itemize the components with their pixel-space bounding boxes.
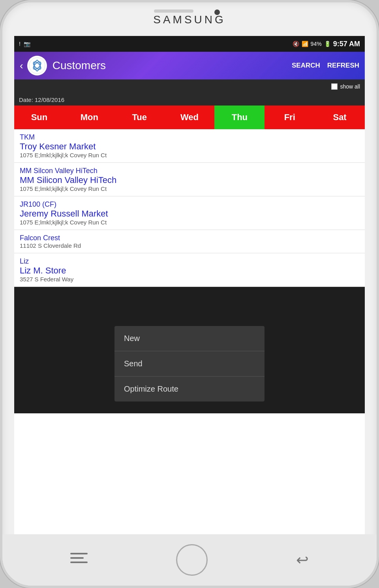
day-wed[interactable]: Wed — [165, 106, 215, 129]
day-thu[interactable]: Thu — [214, 106, 265, 129]
status-left: ! 📷 — [19, 41, 30, 47]
back-button[interactable]: ‹ — [20, 60, 23, 72]
context-menu-new[interactable]: New — [114, 326, 265, 351]
day-fri[interactable]: Fri — [265, 106, 315, 129]
day-sun[interactable]: Sun — [14, 106, 64, 129]
customer-address: 3527 S Federal Way — [20, 276, 359, 283]
app-header: ‹ Customers SEARCH REFRESH — [14, 52, 365, 79]
list-item[interactable]: Liz Liz M. Store 3527 S Federal Way — [14, 253, 365, 287]
camera-status-icon: 📷 — [24, 41, 30, 47]
customer-code: JR100 (CF) — [20, 200, 359, 209]
menu-line-3 — [70, 562, 88, 563]
customer-list: TKM Troy Kesner Market 1075 E;lmkl;kjlkj… — [14, 129, 365, 534]
logo-svg — [28, 57, 46, 74]
samsung-brand: SAMSUNG — [153, 13, 226, 26]
menu-line-2 — [70, 557, 84, 559]
status-bar: ! 📷 🔇 📶 94% 🔋 9:57 AM — [14, 36, 365, 52]
show-all-label: show all — [340, 83, 360, 90]
menu-icon — [70, 553, 88, 567]
customer-name: Troy Kesner Market — [20, 141, 359, 152]
back-arrow-icon: ↩ — [296, 551, 309, 569]
context-menu: New Send Optimize Route — [114, 326, 265, 401]
notification-icon: ! — [19, 41, 21, 47]
app-title: Customers — [53, 59, 292, 72]
back-nav-button[interactable]: ↩ — [296, 551, 309, 569]
customer-address: 11102 S Cloverdale Rd — [20, 242, 359, 249]
refresh-button[interactable]: REFRESH — [327, 62, 359, 70]
customer-address: 1075 E;lmkl;kjlkjl;k Covey Run Ct — [20, 219, 359, 226]
search-button[interactable]: SEARCH — [292, 62, 320, 70]
show-all-checkbox[interactable] — [331, 83, 338, 90]
day-tue[interactable]: Tue — [114, 106, 165, 129]
context-menu-optimize-route[interactable]: Optimize Route — [114, 377, 265, 401]
bottom-nav: ↩ — [2, 534, 377, 586]
header-actions: SEARCH REFRESH — [292, 62, 359, 70]
customer-name: Liz M. Store — [20, 266, 359, 276]
customer-name: Jeremy Russell Market — [20, 209, 359, 219]
front-camera — [214, 9, 220, 15]
customer-code: TKM — [20, 133, 359, 141]
customer-address: 1075 E;lmkl;kjlkjl;k Covey Run Ct — [20, 152, 359, 158]
list-item[interactable]: MM Silcon Valley HiTech MM Silicon Valle… — [14, 163, 365, 196]
status-right: 🔇 📶 94% 🔋 9:57 AM — [293, 40, 360, 48]
customer-code: Liz — [20, 257, 359, 266]
date-text: Date: 12/08/2016 — [19, 96, 64, 103]
screen: ! 📷 🔇 📶 94% 🔋 9:57 AM ‹ — [14, 36, 365, 534]
home-button-circle — [176, 544, 208, 576]
home-nav-button[interactable] — [176, 544, 208, 576]
battery-text: 94% — [311, 41, 322, 47]
battery-icon: 🔋 — [324, 41, 331, 47]
time-display: 9:57 AM — [333, 40, 360, 48]
dark-overlay: New Send Optimize Route — [14, 287, 365, 413]
date-bar: Date: 12/08/2016 — [14, 94, 365, 106]
menu-nav-button[interactable] — [70, 553, 88, 567]
device-frame: SAMSUNG ! 📷 🔇 📶 94% 🔋 9:57 AM ‹ — [0, 0, 379, 588]
customer-address: 1075 E;lmkl;kjlkjl;k Covey Run Ct — [20, 185, 359, 192]
context-menu-send[interactable]: Send — [114, 351, 265, 377]
show-all-bar: show all — [14, 79, 365, 94]
day-mon[interactable]: Mon — [64, 106, 114, 129]
list-item[interactable]: JR100 (CF) Jeremy Russell Market 1075 E;… — [14, 196, 365, 230]
app-logo — [27, 56, 47, 75]
customer-code: Falcon Crest — [20, 234, 359, 242]
list-item[interactable]: TKM Troy Kesner Market 1075 E;lmkl;kjlkj… — [14, 129, 365, 163]
list-item[interactable]: Falcon Crest 11102 S Cloverdale Rd — [14, 230, 365, 253]
wifi-icon: 📶 — [302, 41, 308, 47]
customer-code: MM Silcon Valley HiTech — [20, 167, 359, 175]
mute-icon: 🔇 — [293, 41, 299, 47]
customer-name: MM Silicon Valley HiTech — [20, 175, 359, 185]
days-row: Sun Mon Tue Wed Thu Fri Sat — [14, 106, 365, 129]
top-speaker — [154, 9, 193, 13]
day-sat[interactable]: Sat — [315, 106, 365, 129]
menu-line-1 — [70, 553, 88, 554]
